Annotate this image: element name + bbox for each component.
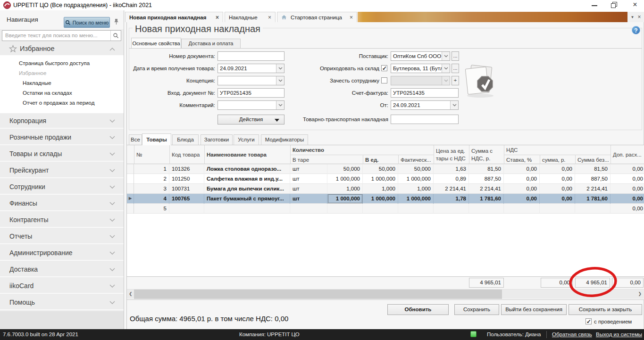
tab-close-icon[interactable]: × — [268, 14, 271, 21]
dropdown-arrow-icon[interactable] — [450, 101, 458, 109]
minimize-button[interactable] — [587, 0, 602, 10]
nav-section-9[interactable]: Доставка — [0, 262, 124, 277]
header-tare[interactable]: В таре — [290, 155, 363, 164]
nav-section-5[interactable]: Финансы — [0, 196, 124, 211]
cell[interactable]: 0,00 — [611, 194, 644, 204]
header-vat-rate[interactable]: Ставка, % — [504, 155, 540, 164]
cell[interactable]: 81,50 — [469, 164, 504, 174]
favorites-item[interactable]: Накладные — [23, 80, 51, 86]
subtab-main-properties[interactable]: Основные свойства — [131, 38, 181, 48]
cell[interactable]: 50,000 — [363, 164, 398, 174]
scroll-left-icon[interactable]: ❮ — [129, 291, 133, 296]
nav-section-6[interactable]: Контрагенты — [0, 212, 124, 228]
cell[interactable]: 0,89 — [434, 174, 469, 184]
cell[interactable]: Салфетка влажная в инд.у... — [204, 174, 290, 184]
table-row[interactable]: 1101326Ложка столовая одноразо...шт50,00… — [127, 164, 644, 174]
grid-tab-dishes[interactable]: Блюда — [172, 134, 199, 145]
grid-tab-services[interactable]: Услуги — [234, 134, 259, 145]
nav-section-1[interactable]: Розничные продажи — [0, 130, 124, 145]
nav-section-11[interactable]: Помощь — [0, 295, 124, 310]
cell[interactable]: Пакет бумажный с прямоуг... — [204, 194, 290, 204]
cell[interactable]: 1,63 — [434, 164, 469, 174]
cell[interactable]: 3 — [134, 184, 169, 194]
warehouse-browse-button[interactable]: ... — [452, 64, 459, 73]
cell[interactable]: 101326 — [169, 164, 204, 174]
table-row[interactable]: 50,00 — [127, 204, 644, 214]
header-name[interactable]: Наименование товара — [204, 145, 290, 164]
cell[interactable]: 1 000,000 — [327, 194, 363, 204]
warehouse-checkbox[interactable]: ✓ — [381, 65, 387, 71]
scroll-right-icon[interactable]: ❯ — [638, 291, 642, 296]
menu-search-button[interactable]: Поиск по меню — [64, 17, 110, 28]
post-checkbox[interactable]: ✓ — [585, 318, 592, 324]
cell[interactable]: 0,00 — [504, 174, 540, 184]
header-vat-group[interactable]: НДС — [504, 145, 611, 155]
cell[interactable]: 0,00 — [611, 204, 644, 214]
header-sum[interactable]: Сумма с НДС, р. — [469, 145, 504, 164]
cell[interactable]: 2 214,41 — [575, 184, 611, 194]
grid-tab-goods[interactable]: Товары — [142, 133, 171, 145]
nav-section-3[interactable]: Прейскурант — [0, 163, 124, 178]
header-code[interactable]: Код товара — [169, 145, 204, 164]
table-row[interactable]: ▶4100765Пакет бумажный с прямоуг...шт1 0… — [127, 194, 644, 204]
tab-close-icon[interactable]: × — [350, 14, 353, 21]
nav-section-7[interactable]: Отчеты — [0, 229, 124, 244]
cell[interactable]: 1 781,60 — [575, 194, 611, 204]
header-fact[interactable]: Фактическ... — [398, 155, 434, 164]
tab-strip-close-icon[interactable]: × — [637, 14, 641, 20]
cell[interactable] — [575, 204, 611, 214]
header-vat-sum[interactable]: сумма, р. — [540, 155, 575, 164]
close-button[interactable]: × — [628, 0, 642, 10]
dropdown-arrow-icon[interactable] — [442, 64, 450, 73]
tab-invoices[interactable]: Накладные × — [225, 12, 276, 22]
cell[interactable]: 1,000 — [327, 184, 363, 194]
cell[interactable]: 0,00 — [504, 184, 540, 194]
from-date-field[interactable]: 24.09.2021 — [391, 100, 459, 110]
favorites-section-header[interactable]: Избранное — [0, 42, 124, 55]
favorites-item[interactable]: Отчет о продажах за период — [23, 100, 94, 106]
scrollbar-thumb[interactable] — [134, 290, 502, 299]
cell[interactable]: 50,000 — [398, 164, 434, 174]
refresh-button[interactable]: Обновить — [387, 304, 449, 315]
cell[interactable]: 1 — [134, 164, 169, 174]
cell[interactable]: 101250 — [169, 174, 204, 184]
favorites-item[interactable]: Страница быстрого доступа — [19, 60, 90, 66]
save-and-close-button[interactable]: Сохранить и закрыть — [569, 304, 642, 315]
nav-section-0[interactable]: Корпорация — [0, 113, 124, 129]
cell[interactable]: 1 000,000 — [398, 194, 434, 204]
cell[interactable]: 1 000,000 — [363, 194, 398, 204]
employee-checkbox[interactable] — [381, 77, 387, 83]
cell[interactable]: 100731 — [169, 184, 204, 194]
cell[interactable]: 887,50 — [469, 174, 504, 184]
header-unit[interactable]: В ед. — [363, 155, 398, 164]
cell[interactable]: 0,00 — [504, 164, 540, 174]
invoice-field[interactable]: УТР0251435 — [391, 88, 459, 98]
cell[interactable]: 100765 — [169, 194, 204, 204]
cell[interactable]: 0,00 — [611, 184, 644, 194]
cell[interactable]: шт — [290, 164, 327, 174]
tab-new-invoice[interactable]: Новая приходная накладная × — [125, 12, 223, 22]
cell[interactable]: 1,78 — [434, 194, 469, 204]
cell[interactable]: 1,000 — [363, 184, 398, 194]
cell[interactable]: 0,00 — [611, 174, 644, 184]
header-no[interactable]: № — [134, 145, 169, 164]
cell[interactable]: 5 — [134, 204, 169, 214]
cell[interactable]: 81,50 — [575, 164, 611, 174]
employee-add-button[interactable]: + — [452, 76, 459, 85]
header-extra[interactable]: Доп. расх... — [611, 145, 644, 164]
tab-list-dropdown-icon[interactable]: ▼ — [631, 15, 635, 19]
table-row[interactable]: 3100731Бумага для выпечки силик...шт1,00… — [127, 184, 644, 194]
cell[interactable]: 0,00 — [540, 184, 575, 194]
nav-section-8[interactable]: Администрирование — [0, 245, 124, 261]
cell[interactable]: 1 000,000 — [363, 174, 398, 184]
cell[interactable] — [169, 204, 204, 214]
header-qty-group[interactable]: Количество — [290, 145, 434, 155]
exit-without-save-button[interactable]: Выйти без сохранения — [501, 304, 567, 315]
cell[interactable]: 2 214,41 — [434, 184, 469, 194]
cell[interactable] — [504, 204, 540, 214]
menu-search-input[interactable]: Введите текст для поиска по меню... — [2, 30, 121, 41]
cell[interactable]: 1 000,000 — [398, 174, 434, 184]
warehouse-field[interactable]: Бутлерова, 11 (Бутле — [391, 64, 450, 73]
restore-button[interactable] — [607, 0, 621, 10]
cell[interactable] — [204, 204, 290, 214]
